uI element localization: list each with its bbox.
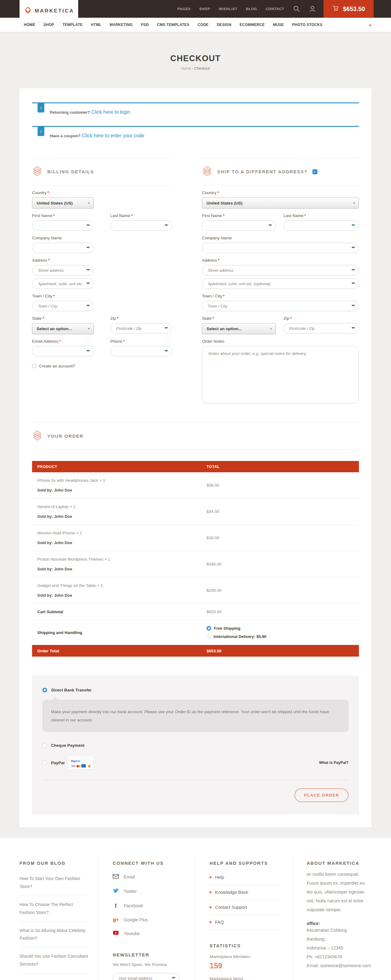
place-order-button[interactable]: PLACE ORDER bbox=[294, 788, 348, 802]
newsletter-email-input[interactable] bbox=[113, 973, 179, 980]
payment-option-paypal[interactable]: PayPal PayPal What is PayPal? bbox=[38, 754, 353, 771]
billing-column: BILLING DETAILS Country* United States (… bbox=[32, 158, 172, 405]
billing-email-input[interactable] bbox=[32, 346, 94, 356]
item-total: $200.00 bbox=[207, 588, 354, 593]
shipping-apartment-input[interactable] bbox=[202, 278, 359, 289]
menu-design[interactable]: DESIGN bbox=[217, 22, 232, 27]
top-nav-blog[interactable]: BLOG bbox=[246, 7, 257, 11]
blog-link[interactable]: Should You Use Fashion Consultant Servic… bbox=[19, 948, 89, 974]
menu-photo-stocks[interactable]: PHOTO STOCKS bbox=[292, 22, 322, 27]
search-icon[interactable] bbox=[293, 5, 300, 13]
shipping-town-input[interactable] bbox=[202, 301, 359, 311]
social-link-youtube[interactable]: Youtube bbox=[113, 926, 185, 940]
radio-selected[interactable] bbox=[207, 626, 211, 631]
menu-html[interactable]: HTML bbox=[91, 22, 102, 27]
radio-unselected[interactable] bbox=[207, 635, 211, 639]
billing-apartment-input[interactable] bbox=[32, 278, 94, 289]
payment-option-cheque[interactable]: Cheque Payment bbox=[38, 741, 353, 749]
billing-country-select[interactable]: United States (US)▼ bbox=[32, 197, 94, 208]
social-link-facebook[interactable]: f Facebook bbox=[113, 898, 185, 913]
radio-unselected[interactable] bbox=[43, 743, 47, 748]
page-header: CHECKOUT Home › Checkout bbox=[0, 32, 391, 88]
radio-selected[interactable] bbox=[43, 688, 47, 692]
social-link-email[interactable]: Email bbox=[113, 870, 185, 884]
user-icon[interactable] bbox=[309, 5, 316, 13]
item-sold-by: Sold by: John Doe bbox=[37, 514, 207, 519]
shipping-last-name-input[interactable] bbox=[283, 220, 359, 231]
create-account-label: Create an account? bbox=[39, 364, 75, 368]
top-nav: PAGES SHOP WISHLIST BLOG CONTACT bbox=[178, 5, 324, 13]
shipping-zip-input[interactable] bbox=[283, 323, 359, 334]
ship-different-checkbox[interactable]: ✓ bbox=[313, 169, 317, 174]
social-link-twitter[interactable]: Twitter bbox=[113, 884, 185, 898]
discover-icon bbox=[86, 764, 91, 768]
international-delivery-option[interactable]: International Delivery: $5.90 bbox=[207, 634, 354, 639]
blog-link[interactable]: How To Choose The Perfect Fashion Store? bbox=[19, 896, 89, 922]
newsletter-tagline: We Won't Spam, We Promise bbox=[113, 962, 185, 967]
coupon-notice: i Have a coupon? Click here to enter you… bbox=[32, 126, 359, 145]
cart-button[interactable]: $653.50 bbox=[324, 0, 374, 18]
billing-zip-input[interactable] bbox=[110, 323, 172, 334]
billing-town-input[interactable] bbox=[32, 301, 94, 311]
menu-psd[interactable]: PSD bbox=[141, 22, 149, 27]
top-nav-shop[interactable]: SHOP bbox=[199, 7, 210, 11]
free-shipping-option[interactable]: Free Shipping bbox=[207, 626, 354, 631]
subtotal-value: $653.50 bbox=[207, 609, 354, 614]
shipping-company-input[interactable] bbox=[202, 243, 359, 253]
first-name-label: First Name* bbox=[32, 213, 94, 218]
menu-more-icon[interactable]: » bbox=[369, 22, 372, 27]
blog-link[interactable]: Plus Size Fashion: Is There Such a Thing… bbox=[19, 974, 89, 980]
blog-link[interactable]: What is So Alluring About Celebrity Fash… bbox=[19, 922, 89, 948]
create-account-checkbox-row[interactable]: Create an account? bbox=[32, 364, 172, 368]
shipping-handling-row: Shipping and Handling Free Shipping Inte… bbox=[32, 620, 359, 645]
billing-first-name-input[interactable] bbox=[32, 220, 94, 231]
logo[interactable]: MARKETICA bbox=[19, 0, 78, 22]
menu-shop[interactable]: SHOP bbox=[43, 22, 54, 27]
last-name-label: Last Name* bbox=[110, 213, 172, 218]
company-label: Company Name bbox=[32, 235, 172, 240]
breadcrumb-home[interactable]: Home bbox=[181, 66, 191, 71]
shipping-street-input[interactable] bbox=[202, 265, 359, 275]
radio-unselected[interactable] bbox=[43, 760, 47, 765]
social-link-google-plus[interactable]: g+ Google Plus bbox=[113, 913, 185, 926]
billing-phone-input[interactable] bbox=[110, 346, 172, 356]
billing-last-name-input[interactable] bbox=[110, 220, 172, 231]
payment-option-bank-transfer[interactable]: Direct Bank Transfer bbox=[38, 686, 353, 694]
shipping-country-select[interactable]: United States (US)▼ bbox=[202, 197, 359, 208]
help-link[interactable]: Knowladge Base bbox=[210, 885, 282, 900]
help-link[interactable]: FAQ bbox=[210, 915, 282, 930]
order-notes-textarea[interactable] bbox=[202, 346, 359, 404]
menu-muse[interactable]: MUSE bbox=[273, 22, 284, 27]
returning-customer-notice: i Returning customer? Click here to logi… bbox=[32, 102, 359, 122]
address-label: Address* bbox=[202, 258, 359, 262]
menu-home[interactable]: HOME bbox=[24, 22, 35, 27]
notice-text: Have a coupon? bbox=[50, 134, 80, 138]
menu-marketing[interactable]: MARKETING bbox=[110, 22, 133, 27]
help-link[interactable]: Contact Support bbox=[210, 900, 282, 915]
facebook-icon: f bbox=[113, 902, 119, 909]
breadcrumb-separator: › bbox=[192, 66, 193, 71]
login-link[interactable]: Click here to login bbox=[91, 110, 130, 115]
billing-company-input[interactable] bbox=[32, 243, 94, 253]
top-nav-wishlist[interactable]: WISHLIST bbox=[219, 7, 237, 11]
what-is-paypal-link[interactable]: What is PayPal? bbox=[319, 760, 348, 765]
billing-state-select[interactable]: Select an option...▼ bbox=[32, 323, 94, 334]
top-nav-pages[interactable]: PAGES bbox=[178, 7, 191, 11]
menu-template[interactable]: TEMPLATE bbox=[62, 22, 83, 27]
bullet-icon bbox=[210, 906, 211, 908]
coupon-link[interactable]: Click here to enter your code bbox=[82, 133, 145, 138]
shipping-state-select[interactable]: Select an option...▼ bbox=[202, 323, 276, 334]
page-title: CHECKOUT bbox=[0, 54, 391, 63]
create-account-checkbox[interactable] bbox=[32, 364, 36, 368]
menu-code[interactable]: CODE bbox=[198, 22, 209, 27]
menu-cms-templates[interactable]: CMS TEMPLATES bbox=[157, 22, 189, 27]
menu-ecommerce[interactable]: ECOMMERCE bbox=[240, 22, 265, 27]
help-link[interactable]: Help bbox=[210, 870, 282, 885]
top-nav-contact[interactable]: CONTACT bbox=[266, 7, 285, 11]
blog-link[interactable]: How To Start Your Own Fashion Store? bbox=[19, 870, 89, 896]
shipping-first-name-input[interactable] bbox=[202, 220, 276, 231]
billing-street-input[interactable] bbox=[32, 265, 94, 275]
bullet-icon bbox=[210, 891, 211, 893]
about-text: ec mollis lorem consequat. Fusce ipsum e… bbox=[307, 870, 372, 914]
zip-label: Zip* bbox=[110, 316, 172, 321]
